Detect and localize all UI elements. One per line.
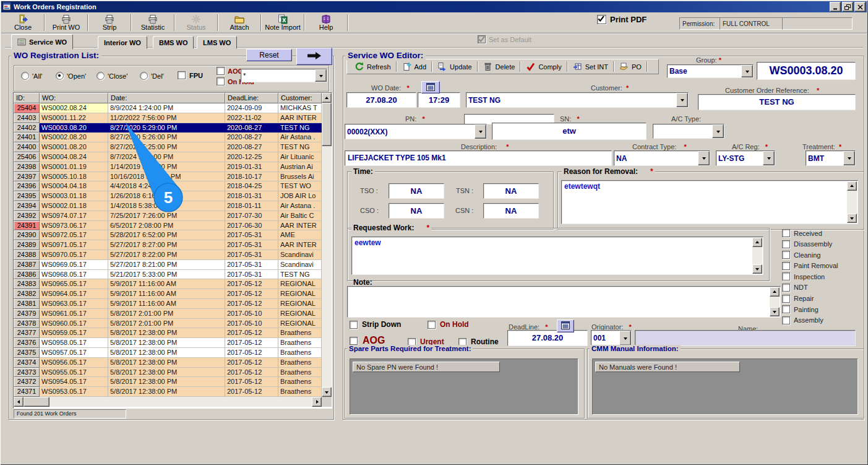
assembly-checkbox[interactable] — [782, 316, 790, 324]
radio-button[interactable] — [21, 72, 29, 80]
wo-cell[interactable]: WS0001.01.19 — [40, 162, 108, 172]
received-checkbox[interactable] — [782, 229, 790, 237]
table-row[interactable]: 24392WS0974.07.177/25/2017 7:26:00 PM201… — [14, 211, 322, 221]
deadline-cell[interactable]: 2020-12-25 — [225, 152, 278, 162]
radio-del[interactable]: 'Del' — [140, 72, 164, 80]
deadline-cell[interactable]: 2017-05-10 — [225, 309, 278, 319]
row-id-cell[interactable]: 24392 — [14, 211, 40, 221]
deadline-cell[interactable]: 2017-05-12 — [225, 387, 278, 397]
deadline-cell[interactable]: 2018-01-31 — [225, 191, 278, 201]
date-cell[interactable]: 5/27/2017 8:21:00 PM — [108, 260, 225, 270]
table-row[interactable]: 24371WS0953.05.175/8/2017 12:38:00 PM201… — [14, 387, 322, 397]
row-id-cell[interactable]: 24389 — [14, 240, 40, 250]
table-row[interactable]: 24377WS0959.05.175/8/2017 12:38:00 PM201… — [14, 328, 322, 338]
customer-cell[interactable]: REGIONAL — [278, 319, 322, 329]
date-cell[interactable]: 6/5/2017 2:08:00 PM — [108, 221, 225, 231]
wo-cell[interactable]: WS0002.08.20 — [40, 133, 108, 142]
description-field[interactable]: LIFEJACKET TYPE 105 Mk1 — [345, 150, 612, 166]
deadline-cell[interactable]: 2018-01-11 — [225, 201, 278, 211]
table-row[interactable]: 24390WS0972.05.175/28/2017 6:52:00 PM201… — [14, 230, 322, 240]
treatment-step-assembly[interactable]: Assembly — [782, 316, 838, 324]
customer-cell[interactable]: Braathens — [278, 358, 322, 368]
customer-cell[interactable]: JOB AIR Lo — [278, 191, 322, 201]
customer-cell[interactable]: REGIONAL — [278, 299, 322, 309]
table-row[interactable]: 24387WS0969.05.175/27/2017 8:21:00 PM201… — [14, 260, 322, 270]
date-cell[interactable]: 5/8/2017 12:38:00 PM — [108, 338, 225, 348]
date-cell[interactable]: 5/9/2017 11:16:00 AM — [108, 299, 225, 309]
disassembly-checkbox[interactable] — [782, 240, 790, 248]
originator-combo[interactable]: 001 — [591, 330, 632, 346]
customer-cell[interactable]: TEST NG — [278, 123, 322, 133]
originator-dropdown-button[interactable] — [619, 331, 631, 345]
row-id-cell[interactable]: 25404 — [14, 103, 40, 113]
radio-button[interactable] — [97, 72, 105, 80]
date-cell[interactable]: 5/21/2017 5:33:00 PM — [108, 270, 225, 280]
on-hold-filter-checkbox[interactable] — [217, 77, 225, 85]
table-row[interactable]: 24383WS0965.05.175/9/2017 11:16:00 AM201… — [14, 279, 322, 289]
customer-cell[interactable]: Scandinavi — [278, 250, 322, 260]
wo-date-calendar-button[interactable] — [421, 81, 440, 93]
date-cell[interactable]: 5/8/2017 12:38:00 PM — [108, 377, 225, 387]
wo-cell[interactable]: WS0973.06.17 — [40, 221, 108, 231]
date-cell[interactable]: 8/27/2020 5:26:00 PM — [108, 133, 225, 142]
date-cell[interactable]: 5/8/2017 12:38:00 PM — [108, 387, 225, 397]
grid-vscroll-thumb[interactable] — [322, 103, 332, 146]
on-hold-checkbox[interactable] — [428, 321, 436, 329]
name-field[interactable] — [635, 330, 856, 346]
wo-cell[interactable]: WS0002.01.18 — [40, 201, 108, 211]
work-orders-grid[interactable]: ID:WO:Date:DeadLine:Customer: 25404WS000… — [13, 92, 332, 409]
customer-dropdown-button[interactable] — [676, 93, 688, 107]
deadline-cell[interactable]: 2017-07-30 — [225, 211, 278, 221]
deadline-cell[interactable]: 2017-05-31 — [225, 250, 278, 260]
wo-cell[interactable]: WS0964.05.17 — [40, 289, 108, 299]
date-cell[interactable]: 5/8/2017 12:38:00 PM — [108, 348, 225, 358]
date-cell[interactable]: 11/2/2022 7:56:00 PM — [108, 113, 225, 123]
customer-cell[interactable]: TEST NG — [278, 270, 322, 280]
wo-cell[interactable]: WS0959.05.17 — [40, 328, 108, 338]
grid-scroll-right-button[interactable] — [312, 397, 322, 407]
treatment-step-cleaning[interactable]: Cleaning — [782, 251, 838, 259]
deadline-cell[interactable]: 2017-05-31 — [225, 270, 278, 280]
table-row[interactable]: 24391WS0973.06.176/5/2017 2:08:00 PM2017… — [14, 221, 322, 231]
scroll-up-button[interactable] — [752, 238, 762, 247]
table-row[interactable]: 24374WS0956.05.175/8/2017 12:38:00 PM201… — [14, 358, 322, 368]
row-id-cell[interactable]: 24398 — [14, 162, 40, 172]
deadline-cell[interactable]: 2017-05-31 — [225, 240, 278, 250]
grid-scroll-left-button[interactable] — [14, 397, 24, 407]
note-import-button[interactable]: Note Import — [262, 12, 303, 33]
customer-filter-dropdown-button[interactable] — [315, 69, 327, 82]
fpu-checkbox[interactable] — [178, 71, 186, 79]
wo-cell[interactable]: WS0974.07.17 — [40, 211, 108, 221]
table-row[interactable]: 24401WS0002.08.208/27/2020 5:26:00 PM202… — [14, 133, 322, 142]
csn-field[interactable]: NA — [483, 203, 539, 219]
wo-cell[interactable]: WS0965.05.17 — [40, 279, 108, 289]
deadline-cell[interactable]: 2019-01-31 — [225, 162, 278, 172]
deadline-cell[interactable]: 2017-05-31 — [225, 230, 278, 240]
deadline-cell[interactable]: 2017-05-12 — [225, 348, 278, 358]
customer-order-reference-field[interactable]: TEST NG — [698, 94, 856, 110]
tab-lms-wo[interactable]: LMS WO — [197, 36, 237, 49]
column-header-wo[interactable]: WO: — [40, 93, 108, 103]
row-id-cell[interactable]: 24402 — [14, 123, 40, 133]
tsn-field[interactable]: NA — [483, 183, 539, 199]
radio-open[interactable]: 'Open' — [56, 72, 86, 80]
po-button[interactable]: PO — [614, 59, 647, 74]
set-as-default-checkbox[interactable] — [478, 35, 486, 43]
deadline-cell[interactable]: 2017-05-31 — [225, 260, 278, 270]
grid-scroll-down-button[interactable] — [322, 387, 332, 397]
restore-button[interactable] — [842, 2, 853, 12]
customer-cell[interactable]: Braathens — [278, 328, 322, 338]
cso-field[interactable]: NA — [389, 203, 444, 219]
reason-scrollbar[interactable] — [847, 181, 857, 223]
set-int-button[interactable]: Set INT — [568, 59, 613, 74]
forward-arrow-button[interactable] — [296, 48, 332, 65]
contract-type-combo[interactable]: NA — [614, 150, 710, 166]
note-scrollbar[interactable] — [770, 287, 780, 316]
wo-cell[interactable]: WS0963.05.17 — [40, 299, 108, 309]
scroll-down-button[interactable] — [770, 307, 780, 316]
deadline-cell[interactable]: 2017-05-12 — [225, 377, 278, 387]
row-id-cell[interactable]: 24396 — [14, 181, 40, 191]
strip-down-option[interactable]: Strip Down — [350, 320, 401, 329]
scroll-up-button[interactable] — [847, 181, 857, 191]
wo-cell[interactable]: WS0971.05.17 — [40, 240, 108, 250]
